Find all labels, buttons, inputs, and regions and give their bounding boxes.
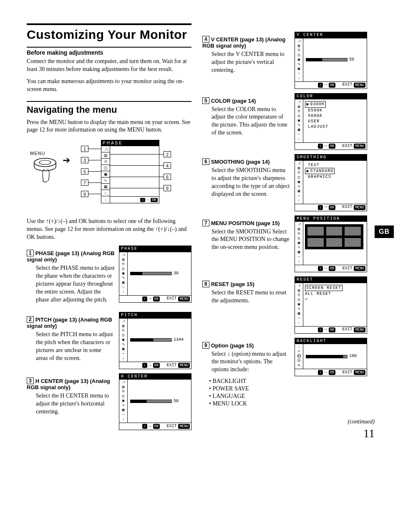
menu-item-9: 9Option (page 15) Select ↓ (option) menu…: [202, 338, 367, 408]
osd-icon-column: ↓☀⏻Ⓐ⊖: [295, 344, 303, 369]
osd-title: SMOOTHING: [295, 155, 367, 161]
osd-icon-column: ⩘▥⎘◫▣∿▦↔↓: [119, 252, 128, 295]
osd-footer: ↕→OK EXITMENU: [295, 369, 367, 376]
callout-8: 8: [164, 185, 171, 191]
menu-item-6: 6SMOOTHING (page 14) Select the SMOOTHIN…: [202, 154, 367, 211]
osd-footer: ↕→OK EXITMENU: [119, 423, 191, 430]
item-head: 8RESET (page 15): [202, 281, 290, 287]
title-rule: [27, 23, 191, 25]
osd-footer: ↕→OK EXITMENU: [295, 81, 367, 89]
osd-value: 100: [349, 354, 357, 359]
osd-row-icon: ⎘: [101, 159, 110, 165]
item-body: Select the SMOOTHING menu to adjust the …: [212, 167, 290, 198]
callout-6: 6: [164, 174, 171, 180]
diagram-osd: PHASE ⩘ ▥ ⎘ ◫ ▣ ∿ ▦ ↔ ↓: [101, 140, 159, 203]
osd-panel: SMOOTHING ⩘▥⎘◫▣∿▦↔↓ TEXTSTANDARD GRAPHIC…: [295, 154, 367, 211]
item-number: 7: [202, 220, 209, 226]
osd-panel: RESET ⩘▥⎘◫▣∿▦↔↓SCREEN RESETALL RESET↩↕→O…: [295, 276, 367, 334]
osd-icon-column: ⩘▥⎘◫▣∿▦↔↓: [119, 319, 128, 362]
osd-row-icon: ↓: [101, 196, 110, 203]
option-item: MENU LOCK: [209, 400, 290, 407]
osd-title: PITCH: [119, 312, 191, 319]
osd-icon-column: ⩘▥⎘◫▣∿▦↔↓: [295, 283, 303, 326]
osd-icon-column: ⩘▥⎘◫▣∿▦↔↓: [295, 99, 303, 142]
item-head: 3H CENTER (page 13) (Analog RGB signal o…: [27, 377, 115, 390]
osd-footer: ↕→OK EXITMENU: [295, 142, 367, 149]
osd-row-icon: ◫: [101, 165, 110, 171]
osd-panel: MENU POSITION ⩘▥⎘◫▣∿▦↔↓↕→OK EXITMENU: [295, 215, 367, 273]
item-body: Select the PITCH menu to adjust the pitc…: [36, 331, 115, 362]
item-head: 6SMOOTHING (page 14): [202, 158, 290, 165]
osd-list: TEXTSTANDARD GRAPHICS: [303, 161, 336, 204]
svg-point-0: [34, 158, 56, 167]
osd-value: 30: [174, 271, 179, 276]
item-number: 5: [202, 97, 209, 104]
before-paragraph-1: Connect the monitor and the computer, an…: [27, 58, 191, 73]
osd-footer: ↕→OK EXITMENU: [295, 326, 367, 333]
callout-3: 3: [81, 157, 88, 163]
osd-position-grid: [305, 224, 363, 249]
osd-list: SCREEN RESETALL RESET↩: [303, 283, 344, 326]
menu-item-2: 2PITCH (page 13) (Analog RGB signal only…: [27, 312, 191, 369]
osd-title: V CENTER: [295, 32, 367, 38]
menu-item-5: 5COLOR (page 14) Select the COLOR menu t…: [202, 93, 367, 150]
osd-row-icon: ▣: [101, 171, 110, 177]
option-item: POWER SAVE: [209, 385, 290, 392]
item-body: Select the SMOOTHING Select the MENU POS…: [212, 228, 290, 252]
osd-title: PHASE: [119, 246, 191, 252]
osd-row-icon: ⩘: [101, 146, 110, 152]
menu-diagram: MENU ➔ PHASE ⩘ ▥ ⎘: [30, 140, 180, 211]
osd-panel: COLOR ⩘▥⎘◫▣∿▦↔↓9300K 6500K 5000K USER LA…: [295, 93, 367, 150]
item-number: 8: [202, 281, 209, 287]
page-number: 11: [363, 427, 375, 440]
callout-4: 4: [164, 162, 171, 169]
callout-7: 7: [81, 180, 88, 186]
osd-title: BACKLIGHT: [295, 338, 367, 345]
osd-list: 9300K 6500K 5000K USER LADJUST: [303, 99, 330, 142]
osd-row-icon: ∿: [101, 177, 110, 184]
osd-icon-column: ⩘▥⎘◫▣∿▦↔↓: [295, 222, 303, 265]
osd-footer: ↕→OK EXITMENU: [295, 204, 367, 211]
osd-panel: PITCH ⩘▥⎘◫▣∿▦↔↓ 1344 ↕→OK EXITMENU: [119, 312, 191, 369]
before-title: Before making adjustments: [27, 49, 191, 56]
callout-1: 1: [81, 146, 88, 152]
item-head: 7MENU POSITION (page 15): [202, 220, 290, 226]
item-body: Select the V CENTER menu to adjust the p…: [212, 51, 290, 74]
item-body: Select the COLOR menu to adjust the colo…: [212, 106, 290, 137]
continued-note: (continued): [348, 418, 375, 425]
osd-panel: BACKLIGHT ↓☀⏻Ⓐ⊖ 100 ↕→OK EXITMENU: [295, 338, 367, 377]
menu-item-8: 8RESET (page 15) Select the RESET menu t…: [202, 276, 367, 334]
osd-panel: H CENTER ⩘▥⎘◫▣∿▦↔↓ 50 ↕→OK EXITMENU: [119, 373, 191, 431]
item-body: Select ↓ (option) menu to adjust the mon…: [212, 350, 290, 374]
item-number: 3: [27, 377, 34, 384]
svg-point-1: [39, 160, 51, 165]
item-head: 1PHASE (page 13) (Analog RGB signal only…: [27, 250, 115, 263]
diagram-osd-title: PHASE: [101, 140, 159, 146]
arrow-right-icon: ➔: [63, 155, 70, 166]
item-number: 2: [27, 316, 34, 323]
callout-5: 5: [81, 168, 88, 175]
osd-title: COLOR: [295, 94, 367, 100]
osd-panel: PHASE ⩘▥⎘◫▣∿▦↔↓ 30 ↕→OK EXITMENU: [119, 246, 191, 303]
item-number: 1: [27, 250, 34, 256]
osd-title: MENU POSITION: [295, 216, 367, 222]
item-head: 5COLOR (page 14): [202, 97, 290, 104]
osd-value: 50: [174, 399, 179, 404]
osd-row-icon: ▦: [101, 184, 110, 190]
menu-item-4: 4V CENTER (page 13) (Analog RGB signal o…: [202, 32, 367, 89]
main-title: Customizing Your Monitor: [27, 28, 191, 42]
osd-row-icon: ▥: [101, 152, 110, 159]
osd-value: 1344: [174, 338, 184, 342]
osd-panel: V CENTER ⩘▥⎘◫▣∿▦↔↓ 50 ↕→OK EXITMENU: [295, 32, 367, 89]
item-body: Select the PHASE menu to adjust the phas…: [36, 264, 115, 304]
osd-icon-column: ⩘▥⎘◫▣∿▦↔↓: [295, 161, 303, 204]
item-number: 4: [202, 36, 209, 43]
item-head: 9Option (page 15): [202, 342, 290, 349]
osd-row-icon: ↔: [101, 190, 110, 196]
osd-icon-column: ⩘▥⎘◫▣∿▦↔↓: [295, 38, 303, 81]
language-tab: GB: [375, 225, 394, 238]
option-list: BACKLIGHTPOWER SAVELANGUAGEMENU LOCK: [209, 378, 290, 407]
item-head: 4V CENTER (page 13) (Analog RGB signal o…: [202, 36, 290, 49]
item-body: Select the RESET menu to reset the adjus…: [212, 289, 290, 305]
osd-footer: ↕→OK EXITMENU: [119, 295, 191, 302]
